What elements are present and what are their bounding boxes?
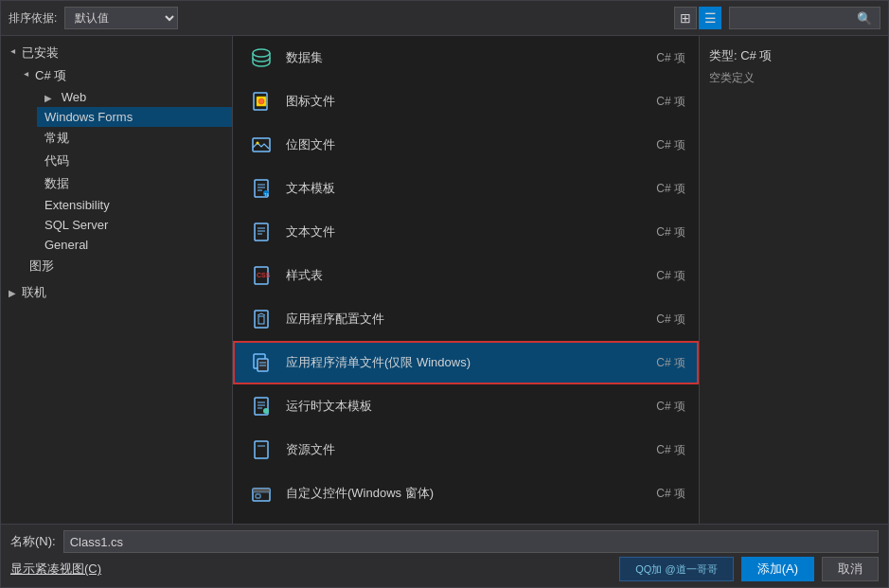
- csharp-group[interactable]: ▾ C# 项: [14, 64, 232, 87]
- view-list-button[interactable]: ☰: [699, 7, 721, 29]
- sidebar-item-data[interactable]: 数据: [37, 172, 232, 195]
- sort-select[interactable]: 默认值: [64, 7, 178, 29]
- list-item[interactable]: T4 文本模板 C# 项: [233, 167, 699, 210]
- name-row: 名称(N):: [10, 530, 879, 553]
- actions-row: 显示紧凑视图(C) QQ加 @道一哥哥 添加(A) 取消: [10, 557, 879, 581]
- svg-rect-19: [258, 316, 264, 324]
- item-name: 应用程序配置文件: [286, 311, 649, 328]
- item-type: C# 项: [656, 442, 685, 458]
- info-type-label: 类型: C# 项: [709, 47, 879, 64]
- item-list: 数据集 C# 项 图标文件 C# 项: [233, 36, 699, 524]
- item-name: 自定义控件(Windows 窗体): [286, 485, 649, 502]
- sidebar: ▾ 已安装 ▾ C# 项 ▶ Web Windows Forms: [1, 36, 233, 524]
- svg-rect-32: [253, 489, 270, 492]
- btn-group: QQ加 @道一哥哥 添加(A) 取消: [619, 557, 879, 581]
- list-item[interactable]: 应用程序配置文件 C# 项: [233, 297, 699, 341]
- stylesheet-icon: CSS: [246, 260, 276, 291]
- graphics-label: 图形: [29, 258, 54, 273]
- info-panel: 类型: C# 项 空类定义: [699, 36, 888, 524]
- item-type: C# 项: [656, 355, 685, 371]
- svg-rect-33: [256, 494, 260, 498]
- item-type: C# 项: [656, 94, 685, 110]
- csharp-sub: ▶ Web Windows Forms 常规 代码 数据: [14, 87, 232, 255]
- item-type: C# 项: [656, 181, 685, 197]
- runtime-template-icon: [246, 391, 276, 421]
- sidebar-item-extensibility[interactable]: Extensibility: [37, 195, 232, 215]
- item-type: C# 项: [656, 50, 685, 66]
- item-name: 文本模板: [286, 180, 649, 197]
- svg-text:T4: T4: [264, 192, 269, 197]
- toolbar: 排序依据: 默认值 ⊞ ☰ 🔍: [1, 1, 888, 36]
- search-box: 🔍: [729, 7, 880, 29]
- main-area: ▾ 已安装 ▾ C# 项 ▶ Web Windows Forms: [1, 36, 888, 524]
- installed-arrow: ▾: [9, 48, 19, 58]
- item-type: C# 项: [656, 224, 685, 241]
- show-compact-button[interactable]: 显示紧凑视图(C): [10, 561, 101, 578]
- web-label: Web: [62, 90, 87, 104]
- item-name: 数据集: [286, 49, 649, 66]
- sidebar-item-windows-forms[interactable]: Windows Forms: [37, 107, 232, 127]
- sidebar-item-sql-server[interactable]: SQL Server: [37, 215, 232, 235]
- item-type: C# 项: [656, 268, 685, 284]
- list-item[interactable]: 自定义控件(Windows 窗体) C# 项: [233, 472, 699, 515]
- list-item[interactable]: 资源文件 C# 项: [233, 428, 699, 472]
- sidebar-item-general[interactable]: General: [37, 235, 232, 255]
- sidebar-item-code[interactable]: 代码: [37, 150, 232, 172]
- app-config-icon: [246, 304, 276, 334]
- list-item[interactable]: 数据集 C# 项: [233, 36, 699, 80]
- svg-point-28: [263, 408, 269, 414]
- app-manifest-icon: [246, 347, 276, 378]
- svg-rect-12: [255, 223, 268, 241]
- item-type: C# 项: [656, 312, 685, 328]
- custom-control-icon: [246, 478, 276, 508]
- text-template-icon: T4: [246, 173, 276, 204]
- list-item[interactable]: 文本文件 C# 项: [233, 210, 699, 254]
- list-item[interactable]: 图标文件 C# 项: [233, 80, 699, 123]
- installed-group[interactable]: ▾ 已安装: [1, 42, 232, 64]
- list-item-selected[interactable]: 应用程序清单文件(仅限 Windows) C# 项: [233, 341, 699, 384]
- search-input[interactable]: [734, 11, 857, 25]
- item-name: 位图文件: [286, 136, 649, 153]
- installed-label: 已安装: [22, 45, 59, 62]
- svg-rect-29: [255, 441, 268, 458]
- normal-label: 常规: [44, 131, 69, 145]
- sidebar-item-graphics[interactable]: 图形: [14, 255, 232, 277]
- item-name: 应用程序清单文件(仅限 Windows): [286, 354, 649, 371]
- view-buttons: ⊞ ☰: [674, 7, 721, 29]
- item-type: C# 项: [656, 399, 685, 415]
- bottom-bar: 名称(N): 显示紧凑视图(C) QQ加 @道一哥哥 添加(A) 取消: [1, 524, 888, 587]
- extensibility-label: Extensibility: [44, 198, 110, 212]
- item-type: C# 项: [656, 137, 685, 153]
- dataset-icon: [246, 43, 276, 73]
- sidebar-item-web[interactable]: ▶ Web: [37, 87, 232, 107]
- item-name: 资源文件: [286, 441, 649, 458]
- watermark-button[interactable]: QQ加 @道一哥哥: [619, 557, 733, 581]
- svg-point-5: [257, 142, 259, 145]
- info-desc-label: 空类定义: [709, 70, 879, 86]
- svg-point-0: [253, 49, 270, 57]
- data-label: 数据: [44, 176, 69, 190]
- web-arrow: ▶: [44, 93, 54, 103]
- name-label: 名称(N):: [10, 533, 56, 550]
- add-button[interactable]: 添加(A): [741, 557, 814, 581]
- search-icon: 🔍: [857, 11, 872, 26]
- text-file-icon: [246, 217, 276, 247]
- view-grid-button[interactable]: ⊞: [674, 7, 697, 29]
- svg-text:CSS: CSS: [257, 272, 271, 278]
- item-type: C# 项: [656, 486, 685, 502]
- sort-label: 排序依据:: [9, 10, 57, 27]
- list-item[interactable]: 位图文件 C# 项: [233, 123, 699, 167]
- list-item[interactable]: CSS 样式表 C# 项: [233, 254, 699, 297]
- list-item[interactable]: 运行时文本模板 C# 项: [233, 384, 699, 428]
- item-name: 图标文件: [286, 93, 649, 110]
- item-name: 文本文件: [286, 223, 649, 241]
- sidebar-item-normal[interactable]: 常规: [37, 127, 232, 150]
- item-name: 样式表: [286, 267, 649, 284]
- csharp-arrow: ▾: [22, 71, 32, 80]
- online-group[interactable]: ▶ 联机: [1, 281, 232, 304]
- svg-point-3: [258, 98, 264, 104]
- windows-forms-label: Windows Forms: [44, 110, 133, 124]
- cancel-button[interactable]: 取消: [822, 557, 879, 581]
- list-item[interactable]: MSBuild Directory.Build.props 文件 C# 项: [233, 515, 699, 524]
- name-input[interactable]: [63, 530, 879, 553]
